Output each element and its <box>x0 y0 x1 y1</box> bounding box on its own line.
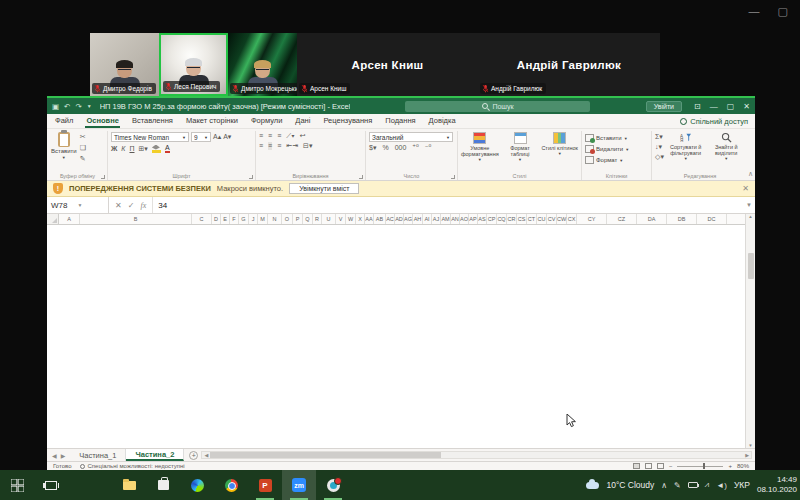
enable-content-button[interactable]: Увімкнути вміст <box>289 183 359 194</box>
zoom-in-icon[interactable]: + <box>728 463 732 469</box>
search-box[interactable]: Пошук <box>405 101 590 112</box>
sign-in-button[interactable]: Увійти <box>646 101 682 112</box>
column-header-J[interactable]: J <box>249 214 258 224</box>
minimize-button[interactable]: — <box>710 102 718 111</box>
orientation-icon[interactable]: ⟋▾ <box>286 132 294 140</box>
font-color-icon[interactable]: А <box>165 144 170 153</box>
column-header-F[interactable]: F <box>230 214 239 224</box>
underline-button[interactable]: П <box>129 145 134 153</box>
wrap-text-icon[interactable]: ↩ <box>300 132 306 140</box>
taskbar-chrome[interactable] <box>214 470 248 500</box>
cancel-icon[interactable]: ✕ <box>115 201 122 210</box>
column-header-V[interactable]: V <box>336 214 346 224</box>
language-indicator[interactable]: УКР <box>734 480 750 490</box>
scrollbar-thumb[interactable] <box>748 253 754 279</box>
borders-icon[interactable]: ⊞▾ <box>139 145 148 153</box>
column-header-B[interactable]: B <box>80 214 192 224</box>
sheet-tab-0[interactable]: Частина_1 <box>70 449 126 461</box>
column-header-AJ[interactable]: AJ <box>432 214 441 224</box>
pen-icon[interactable]: ✎ <box>674 481 681 490</box>
column-header-A[interactable]: A <box>59 214 80 224</box>
scroll-down-icon[interactable]: ▼ <box>748 443 752 448</box>
autosum-icon[interactable]: Σ▾ <box>655 133 664 141</box>
find-select-button[interactable]: Знайти й виділити▼ <box>707 132 745 161</box>
column-header-M[interactable]: M <box>258 214 268 224</box>
column-header-P[interactable]: P <box>293 214 303 224</box>
taskbar-edge[interactable] <box>180 470 214 500</box>
alignment-dialog-launcher[interactable] <box>359 175 363 179</box>
page-break-view-icon[interactable] <box>657 463 664 469</box>
column-header-D[interactable]: D <box>212 214 221 224</box>
task-view-button[interactable] <box>34 470 68 500</box>
copy-icon[interactable]: ❏ <box>80 143 86 152</box>
participant-tile[interactable]: Дмитро Мокрецький <box>228 33 297 96</box>
font-dialog-launcher[interactable] <box>249 175 253 179</box>
column-header-O[interactable]: O <box>282 214 293 224</box>
align-middle-icon[interactable]: ≡ <box>268 132 272 140</box>
horizontal-scrollbar[interactable]: ◀▶ <box>201 451 752 459</box>
start-button[interactable] <box>0 470 34 500</box>
format-as-table-button[interactable]: Формат таблиці▼ <box>502 132 539 162</box>
merge-center-icon[interactable]: ⊟▾ <box>303 142 312 150</box>
add-sheet-icon[interactable]: + <box>189 451 198 460</box>
taskbar-store[interactable] <box>146 470 180 500</box>
column-header-AS[interactable]: AS <box>478 214 487 224</box>
save-icon[interactable]: ▣ <box>52 102 59 111</box>
clipboard-dialog-launcher[interactable] <box>101 175 105 179</box>
column-header-DB[interactable]: DB <box>667 214 697 224</box>
battery-icon[interactable] <box>688 482 698 488</box>
column-header-C[interactable]: C <box>192 214 212 224</box>
ribbon-tab-3[interactable]: Макет сторінки <box>185 116 239 128</box>
format-cells-button[interactable]: Формат▼ <box>585 156 629 164</box>
formula-bar-expand-icon[interactable]: ▼ <box>743 197 755 213</box>
formula-input[interactable]: 34 <box>153 197 743 213</box>
hscroll-right-icon[interactable]: ▶ <box>743 452 751 458</box>
paste-button[interactable]: Вставити▼ <box>51 132 77 160</box>
taskbar-notification-app[interactable] <box>316 470 350 500</box>
align-bottom-icon[interactable]: ≡ <box>277 132 281 140</box>
column-header-AN[interactable]: AN <box>451 214 460 224</box>
taskbar-powerpoint[interactable]: P <box>248 470 282 500</box>
increase-decimal-icon[interactable]: ⁺⁰ <box>412 144 419 152</box>
column-header-AA[interactable]: AA <box>365 214 374 224</box>
fx-icon[interactable]: fx <box>140 201 146 210</box>
column-header-AC[interactable]: AC <box>386 214 395 224</box>
sheet-nav-left-icon[interactable]: ◀ <box>52 452 57 459</box>
conditional-formatting-button[interactable]: Умовне форматування▼ <box>461 132 499 162</box>
insert-cells-button[interactable]: Вставити▼ <box>585 134 629 142</box>
column-header-E[interactable]: E <box>221 214 230 224</box>
weather-text[interactable]: 10°C Cloudy <box>606 480 654 490</box>
zoom-slider-thumb[interactable] <box>703 463 706 469</box>
volume-icon[interactable]: ◄) <box>716 481 727 490</box>
column-header-CT[interactable]: CT <box>527 214 537 224</box>
zoom-out-icon[interactable]: − <box>669 463 673 469</box>
taskbar-file-explorer[interactable] <box>112 470 146 500</box>
cut-icon[interactable]: ✂ <box>80 132 86 141</box>
column-header-CS[interactable]: CS <box>517 214 527 224</box>
column-header-CR[interactable]: CR <box>507 214 517 224</box>
name-box[interactable]: W78▼ <box>47 197 109 213</box>
column-header-Q[interactable]: Q <box>303 214 313 224</box>
font-family-select[interactable]: Times New Roman▼ <box>111 132 189 142</box>
align-right-icon[interactable]: ≡ <box>277 142 281 150</box>
ribbon-tab-7[interactable]: Подання <box>384 116 416 128</box>
italic-button[interactable]: К <box>121 145 125 153</box>
column-header-CU[interactable]: CU <box>537 214 547 224</box>
ribbon-tab-6[interactable]: Рецензування <box>322 116 373 128</box>
normal-view-icon[interactable] <box>633 463 640 469</box>
column-header-R[interactable]: R <box>313 214 322 224</box>
bold-button[interactable]: Ж <box>111 145 117 153</box>
column-header-AO[interactable]: AO <box>460 214 469 224</box>
scroll-up-icon[interactable]: ▲ <box>748 214 752 219</box>
comma-format-icon[interactable]: 000 <box>395 144 407 152</box>
ribbon-tab-5[interactable]: Дані <box>294 116 311 128</box>
column-header-AP[interactable]: AP <box>469 214 478 224</box>
format-painter-icon[interactable]: ✎ <box>80 154 86 163</box>
font-size-select[interactable]: 9▼ <box>191 132 211 142</box>
delete-cells-button[interactable]: Видалити▼ <box>585 145 629 153</box>
restore-button[interactable]: ▢ <box>727 102 735 111</box>
undo-icon[interactable]: ↶ <box>64 102 70 111</box>
ribbon-tab-8[interactable]: Довідка <box>428 116 457 128</box>
ribbon-tab-4[interactable]: Формули <box>250 116 283 128</box>
clock[interactable]: 14:4908.10.2020 <box>757 475 797 494</box>
